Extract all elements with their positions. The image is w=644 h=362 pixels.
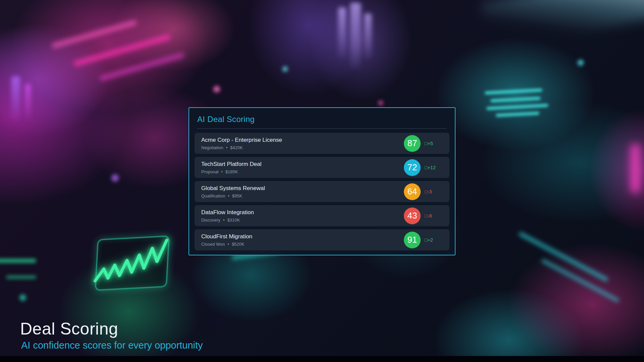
deal-name: CloudFirst Migration [201, 233, 404, 240]
score-badge: 91 [404, 232, 421, 248]
deal-stage: Qualification [201, 193, 225, 198]
meta-separator: • [221, 169, 223, 174]
deal-meta: Qualification•$95K [201, 193, 404, 198]
deal-value: $185K [225, 169, 238, 174]
bottom-bar [0, 356, 644, 362]
deal-row-global-systems[interactable]: Global Systems Renewal Qualification•$95… [195, 181, 449, 202]
deal-info: TechStart Platform Deal Proposal•$185K [201, 161, 404, 174]
deal-stage: Discovery [201, 218, 220, 223]
deal-value: $420K [230, 145, 243, 150]
score-badge: 72 [404, 159, 421, 176]
deal-row-dataflow[interactable]: DataFlow Integration Discovery•$310K 43 … [195, 205, 449, 226]
deal-stage: Negotiation [201, 145, 223, 150]
meta-separator: • [226, 145, 228, 150]
deal-name: DataFlow Integration [201, 209, 404, 216]
deal-meta: Closed Won•$520K [201, 242, 404, 247]
score-delta: □-3 [425, 189, 443, 194]
meta-separator: • [228, 193, 230, 198]
score-delta: □-8 [425, 213, 443, 219]
waveform-icon [91, 234, 173, 292]
deal-name: Global Systems Renewal [201, 185, 404, 192]
deal-info: CloudFirst Migration Closed Won•$520K [201, 233, 404, 247]
deal-name: TechStart Platform Deal [201, 161, 404, 168]
deal-stage: Proposal [201, 169, 218, 174]
panel-title: AI Deal Scoring [189, 108, 455, 124]
deal-list: Acme Corp - Enterprise License Negotiati… [189, 129, 455, 256]
deal-value: $520K [232, 242, 245, 247]
score-delta: □+2 [425, 237, 443, 243]
score-delta: □+12 [425, 165, 443, 170]
deal-row-acme[interactable]: Acme Corp - Enterprise License Negotiati… [195, 133, 449, 154]
meta-separator: • [228, 242, 229, 247]
deal-info: Acme Corp - Enterprise License Negotiati… [201, 137, 404, 150]
score-delta: □+5 [425, 141, 443, 146]
score-badge: 64 [404, 183, 421, 200]
oscilloscope-widget [95, 235, 170, 291]
deal-row-techstart[interactable]: TechStart Platform Deal Proposal•$185K 7… [195, 157, 449, 178]
score-badge: 43 [404, 207, 421, 224]
deal-meta: Discovery•$310K [201, 218, 404, 223]
page-subtitle: AI confidence scores for every opportuni… [21, 340, 203, 351]
deal-info: Global Systems Renewal Qualification•$95… [201, 185, 404, 198]
score-badge: 87 [404, 135, 421, 152]
deal-stage: Closed Won [201, 242, 225, 247]
deal-meta: Negotiation•$420K [201, 145, 404, 150]
page-title: Deal Scoring [20, 319, 118, 339]
deal-value: $310K [227, 218, 240, 223]
deal-name: Acme Corp - Enterprise License [201, 137, 404, 143]
deal-meta: Proposal•$185K [201, 169, 404, 174]
ai-deal-scoring-panel: AI Deal Scoring Acme Corp - Enterprise L… [189, 107, 455, 255]
deal-value: $95K [232, 193, 242, 198]
meta-separator: • [223, 218, 225, 223]
deal-row-cloudfirst[interactable]: CloudFirst Migration Closed Won•$520K 91… [195, 229, 449, 250]
deal-info: DataFlow Integration Discovery•$310K [201, 209, 404, 223]
